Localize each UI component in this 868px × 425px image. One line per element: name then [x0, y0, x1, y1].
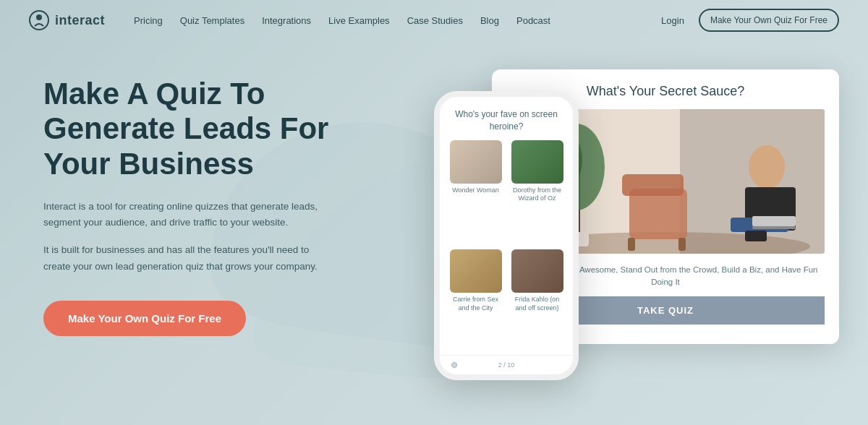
phone-option-image-1 — [450, 140, 502, 184]
nav-item-case-studies[interactable]: Case Studies — [407, 15, 463, 26]
nav-cta-button[interactable]: Make Your Own Quiz For Free — [699, 9, 839, 32]
nav-right: Login Make Your Own Quiz For Free — [661, 9, 839, 32]
phone-options-grid: Wonder Woman Dorothy from the Wizard of … — [440, 140, 573, 355]
logo[interactable]: interact — [29, 10, 105, 30]
phone-option-label-2: Dorothy from the Wizard of Oz — [509, 186, 566, 203]
svg-rect-12 — [678, 238, 686, 251]
device-mockups: What's Your Secret Sauce? — [391, 62, 839, 424]
phone-option-4[interactable]: Frida Kahlo (on and off screen) — [509, 249, 566, 355]
phone-navigation: 2 / 10 — [440, 355, 573, 374]
svg-rect-11 — [628, 238, 635, 251]
logo-text: interact — [55, 13, 105, 28]
svg-rect-18 — [752, 216, 796, 226]
phone-option-1[interactable]: Wonder Woman — [447, 140, 504, 246]
nav-item-blog[interactable]: Blog — [480, 15, 499, 26]
svg-rect-17 — [752, 226, 796, 229]
phone-option-label-1: Wonder Woman — [452, 186, 499, 195]
phone-option-2[interactable]: Dorothy from the Wizard of Oz — [509, 140, 566, 246]
hero-left: Make A Quiz To Generate Leads For Your B… — [43, 62, 391, 336]
phone-screen: Who's your fave on screen heroine? Wonde… — [440, 97, 573, 374]
main-content: Make A Quiz To Generate Leads For Your B… — [0, 40, 868, 425]
logo-icon — [29, 10, 49, 30]
phone-option-image-2 — [511, 140, 563, 184]
nav-item-quiz-templates[interactable]: Quiz Templates — [180, 15, 244, 26]
svg-rect-10 — [622, 174, 684, 196]
nav-item-integrations[interactable]: Integrations — [262, 15, 311, 26]
svg-point-13 — [749, 145, 785, 189]
main-nav: Pricing Quiz Templates Integrations Live… — [134, 15, 661, 26]
svg-point-1 — [36, 14, 42, 20]
hero-headline: Make A Quiz To Generate Leads For Your B… — [43, 77, 391, 181]
hero-subtext-2: It is built for businesses and has all t… — [43, 242, 318, 275]
phone-question: Who's your fave on screen heroine? — [440, 97, 573, 140]
desktop-quiz-title: What's Your Secret Sauce? — [587, 84, 745, 99]
nav-item-live-examples[interactable]: Live Examples — [328, 15, 390, 26]
phone-mockup: Who's your fave on screen heroine? Wonde… — [434, 91, 579, 380]
phone-next-button[interactable] — [556, 362, 561, 368]
phone-option-label-3: Carrie from Sex and the City — [447, 296, 504, 312]
phone-option-image-3 — [450, 249, 502, 293]
nav-item-podcast[interactable]: Podcast — [516, 15, 550, 26]
phone-option-3[interactable]: Carrie from Sex and the City — [447, 249, 504, 355]
phone-option-label-4: Frida Kahlo (on and off screen) — [509, 296, 566, 312]
phone-option-image-4 — [511, 249, 563, 293]
svg-rect-9 — [629, 189, 687, 239]
phone-page-indicator: 2 / 10 — [498, 361, 515, 369]
header: interact Pricing Quiz Templates Integrat… — [0, 0, 868, 40]
hero-subtext-1: Interact is a tool for creating online q… — [43, 199, 318, 231]
nav-item-pricing[interactable]: Pricing — [134, 15, 163, 26]
phone-prev-button[interactable] — [451, 362, 457, 368]
svg-rect-16 — [745, 231, 767, 241]
login-button[interactable]: Login — [661, 15, 684, 26]
hero-cta-button[interactable]: Make Your Own Quiz For Free — [43, 301, 246, 336]
